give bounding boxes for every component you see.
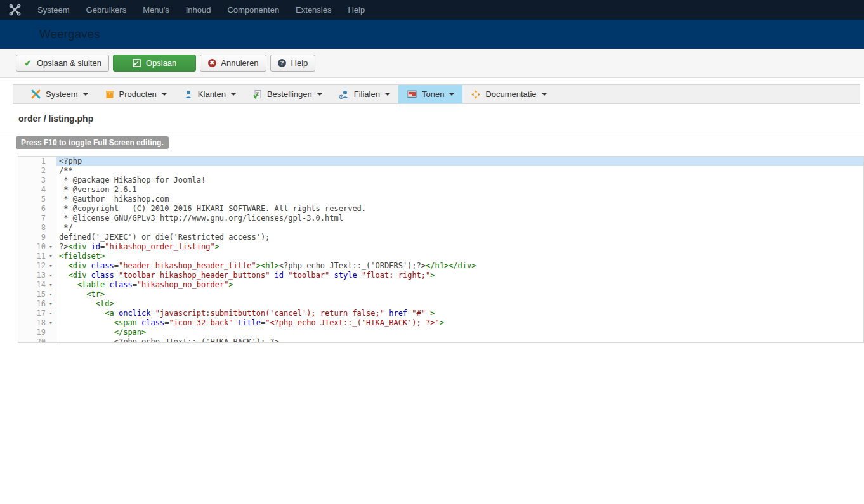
opslaan-sluiten-button[interactable]: ✔Opslaan & sluiten: [16, 55, 109, 72]
fold-arrow-icon[interactable]: ▾: [46, 318, 56, 328]
help-button[interactable]: ?Help: [270, 55, 316, 72]
fold-arrow-icon[interactable]: ▾: [46, 242, 56, 252]
code-text[interactable]: * @package HikaShop for Joomla!: [56, 176, 863, 185]
nav-item-gebruikers[interactable]: Gebruikers: [78, 0, 135, 20]
line-number: 8: [24, 223, 46, 233]
tab-label: Systeem: [46, 89, 78, 99]
code-line: 2/**: [18, 166, 863, 176]
check-icon: ✔: [25, 59, 32, 67]
line-gutter: 11▾: [18, 252, 56, 261]
line-gutter: 18▾: [18, 318, 56, 328]
code-line: 4 * @version 2.6.1: [18, 185, 863, 195]
cancel-icon: ✖: [208, 59, 216, 67]
nav-item-componenten[interactable]: Componenten: [219, 0, 287, 20]
tab-klanten[interactable]: Klanten: [175, 85, 244, 103]
nav-item-extensies[interactable]: Extensies: [287, 0, 339, 20]
product-box-icon: [105, 89, 115, 100]
chevron-down-icon: [317, 93, 322, 96]
annuleren-button[interactable]: ✖Annuleren: [200, 55, 266, 72]
tab-bestellingen[interactable]: Bestellingen: [244, 85, 331, 103]
tab-filialen[interactable]: Filialen: [331, 85, 398, 103]
code-text[interactable]: * @copyright (C) 2010-2016 HIKARI SOFTWA…: [56, 204, 863, 214]
save-icon: [133, 59, 141, 67]
fold-arrow-icon[interactable]: ▾: [46, 271, 56, 280]
fold-arrow-icon[interactable]: ▾: [46, 261, 56, 271]
pinwheel-icon: [471, 89, 481, 100]
opslaan-button[interactable]: Opslaan: [113, 55, 196, 72]
code-text[interactable]: <?php: [56, 157, 863, 166]
line-gutter: 3: [18, 176, 56, 185]
code-text[interactable]: /**: [56, 166, 863, 176]
fold-arrow-icon[interactable]: ▾: [46, 299, 56, 309]
code-text[interactable]: * @version 2.6.1: [56, 185, 863, 195]
code-line: 1<?php: [18, 157, 863, 166]
line-gutter: 2: [18, 166, 56, 176]
code-line: 14▾ <table class="hikashop_no_border">: [18, 280, 863, 290]
code-text[interactable]: <tr>: [56, 290, 863, 299]
tools-icon: [30, 89, 41, 100]
code-text[interactable]: <?php echo JText::_('HIKA_BACK'); ?>: [56, 337, 863, 343]
code-line: 10▾?><div id="hikashop_order_listing">: [18, 242, 863, 252]
line-number: 15: [24, 290, 46, 299]
customer-icon: [183, 89, 193, 100]
fold-arrow-icon[interactable]: ▾: [46, 280, 56, 290]
chevron-down-icon: [231, 93, 236, 96]
line-number: 1: [24, 157, 46, 166]
line-number: 10: [24, 242, 46, 252]
code-line: 13▾ <div class="toolbar hikashop_header_…: [18, 271, 863, 280]
code-text[interactable]: ?><div id="hikashop_order_listing">: [56, 242, 863, 252]
code-line: 17▾ <a onclick="javascript:submitbutton(…: [18, 309, 863, 318]
fold-arrow-icon[interactable]: ▾: [46, 309, 56, 318]
line-gutter: 15▾: [18, 290, 56, 299]
code-line: 12▾ <div class="header hikashop_header_t…: [18, 261, 863, 271]
nav-item-systeem[interactable]: Systeem: [29, 0, 78, 20]
fold-arrow-icon[interactable]: ▾: [46, 252, 56, 261]
code-text[interactable]: <span class="icon-32-back" title="<?php …: [56, 318, 863, 328]
joomla-logo-icon[interactable]: [0, 4, 29, 16]
chevron-down-icon: [542, 93, 547, 96]
line-number: 16: [24, 299, 46, 309]
nav-item-help[interactable]: Help: [339, 0, 373, 20]
line-number: 9: [24, 233, 46, 242]
code-line: 7 * @license GNU/GPLv3 http://www.gnu.or…: [18, 214, 863, 223]
line-gutter: 7: [18, 214, 56, 223]
chevron-down-icon: [162, 93, 167, 96]
code-editor[interactable]: 1<?php2/**3 * @package HikaShop for Joom…: [18, 156, 864, 343]
code-line: 15▾ <tr>: [18, 290, 863, 299]
tab-tonen[interactable]: Tonen: [398, 85, 462, 103]
line-number: 5: [24, 195, 46, 204]
button-label: Opslaan: [146, 58, 176, 68]
code-text[interactable]: * @license GNU/GPLv3 http://www.gnu.org/…: [56, 214, 863, 223]
line-gutter: 12▾: [18, 261, 56, 271]
code-text[interactable]: <td>: [56, 299, 863, 309]
line-gutter: 9: [18, 233, 56, 242]
divider: [0, 132, 864, 132]
tab-producten[interactable]: Producten: [96, 85, 175, 103]
code-text[interactable]: * @author hikashop.com: [56, 195, 863, 204]
code-text[interactable]: <fieldset>: [56, 252, 863, 261]
line-gutter: 8: [18, 223, 56, 233]
line-number: 19: [24, 328, 46, 337]
line-number: 14: [24, 280, 46, 290]
line-number: 2: [24, 166, 46, 176]
main-menu: SysteemGebruikersMenu'sInhoudComponenten…: [29, 0, 373, 20]
tab-systeem[interactable]: Systeem: [22, 85, 96, 103]
line-number: 12: [24, 261, 46, 271]
code-text[interactable]: <div class="toolbar hikashop_header_butt…: [56, 271, 863, 280]
code-text[interactable]: </span>: [56, 328, 863, 337]
line-number: 7: [24, 214, 46, 223]
button-label: Help: [291, 58, 308, 68]
tab-documentatie[interactable]: Documentatie: [462, 85, 554, 103]
tab-label: Tonen: [422, 89, 444, 99]
code-text[interactable]: <a onclick="javascript:submitbutton('can…: [56, 309, 863, 318]
joomla-logo-glyph: [9, 4, 21, 16]
code-text[interactable]: <div class="header hikashop_header_title…: [56, 261, 863, 271]
line-gutter: 10▾: [18, 242, 56, 252]
fold-arrow-icon[interactable]: ▾: [46, 290, 56, 299]
nav-item-inhoud[interactable]: Inhoud: [178, 0, 219, 20]
line-number: 4: [24, 185, 46, 195]
nav-item-menus[interactable]: Menu's: [134, 0, 178, 20]
code-text[interactable]: */: [56, 223, 863, 233]
code-text[interactable]: defined('_JEXEC') or die('Restricted acc…: [56, 233, 863, 242]
code-text[interactable]: <table class="hikashop_no_border">: [56, 280, 863, 290]
